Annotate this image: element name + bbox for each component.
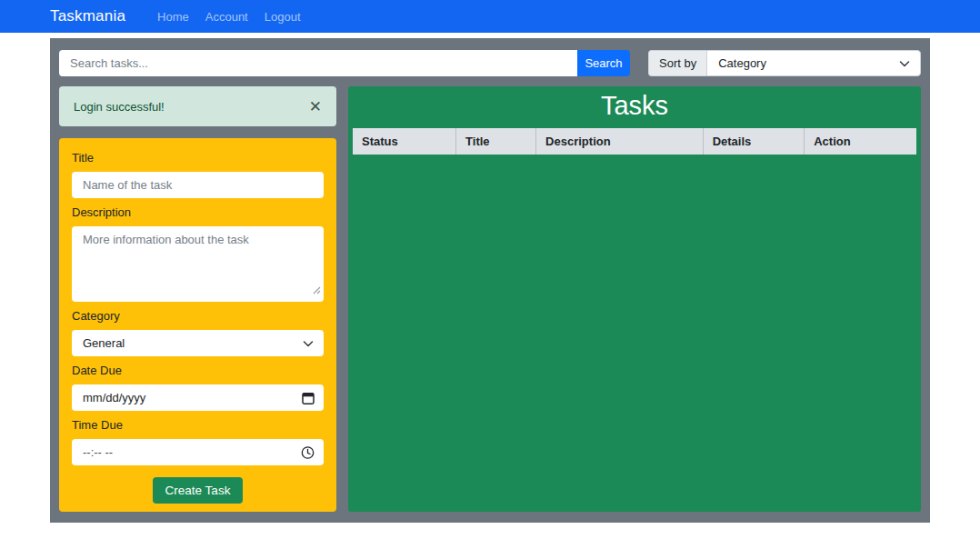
sort-by-label: Sort by xyxy=(648,50,706,76)
description-label: Description xyxy=(72,205,324,219)
category-selected-value: General xyxy=(83,336,125,350)
column-header-description: Description xyxy=(536,128,704,155)
task-table-header: Status Title Description Details Action xyxy=(353,128,916,155)
close-icon[interactable]: ✕ xyxy=(309,99,322,115)
tasks-panel: Tasks Status Title Description Details A… xyxy=(348,86,921,512)
sort-selected-value: Category xyxy=(718,56,766,70)
description-textarea[interactable] xyxy=(72,226,324,302)
time-due-label: Time Due xyxy=(72,418,324,432)
tasks-title: Tasks xyxy=(353,91,916,121)
content-row: Login successful! ✕ Title Description Ca… xyxy=(59,86,921,512)
nav-link-account[interactable]: Account xyxy=(197,6,256,27)
date-due-label: Date Due xyxy=(72,364,324,377)
time-due-wrap xyxy=(72,439,324,465)
login-success-alert: Login successful! ✕ xyxy=(59,86,336,126)
title-input[interactable] xyxy=(72,172,324,198)
title-label: Title xyxy=(72,151,324,165)
column-header-action: Action xyxy=(805,128,916,155)
navbar: Taskmania Home Account Logout xyxy=(0,0,980,33)
search-input[interactable] xyxy=(59,50,577,76)
create-task-button[interactable]: Create Task xyxy=(153,477,244,504)
chevron-down-icon xyxy=(899,56,910,70)
nav-link-logout[interactable]: Logout xyxy=(256,6,309,27)
nav-link-home[interactable]: Home xyxy=(149,6,197,27)
chevron-down-icon xyxy=(303,336,314,350)
category-label: Category xyxy=(72,309,324,323)
column-header-title: Title xyxy=(456,128,536,155)
column-header-details: Details xyxy=(704,128,805,155)
brand-logo[interactable]: Taskmania xyxy=(50,7,125,25)
alert-message: Login successful! xyxy=(74,100,165,114)
search-button[interactable]: Search xyxy=(577,50,630,76)
create-task-form: Title Description Category General Da xyxy=(59,138,336,512)
column-header-status: Status xyxy=(353,128,456,155)
left-column: Login successful! ✕ Title Description Ca… xyxy=(59,86,336,512)
date-due-input[interactable] xyxy=(72,384,324,411)
main-container: Search Sort by Category Login successful… xyxy=(50,38,930,523)
nav-links: Home Account Logout xyxy=(149,6,308,27)
sort-group: Sort by Category xyxy=(648,50,921,76)
search-row: Search Sort by Category xyxy=(59,50,921,76)
description-wrap xyxy=(72,226,324,302)
category-select[interactable]: General xyxy=(72,330,324,356)
sort-category-select[interactable]: Category xyxy=(706,50,921,76)
time-due-input[interactable] xyxy=(72,439,324,465)
date-due-wrap xyxy=(72,384,324,411)
